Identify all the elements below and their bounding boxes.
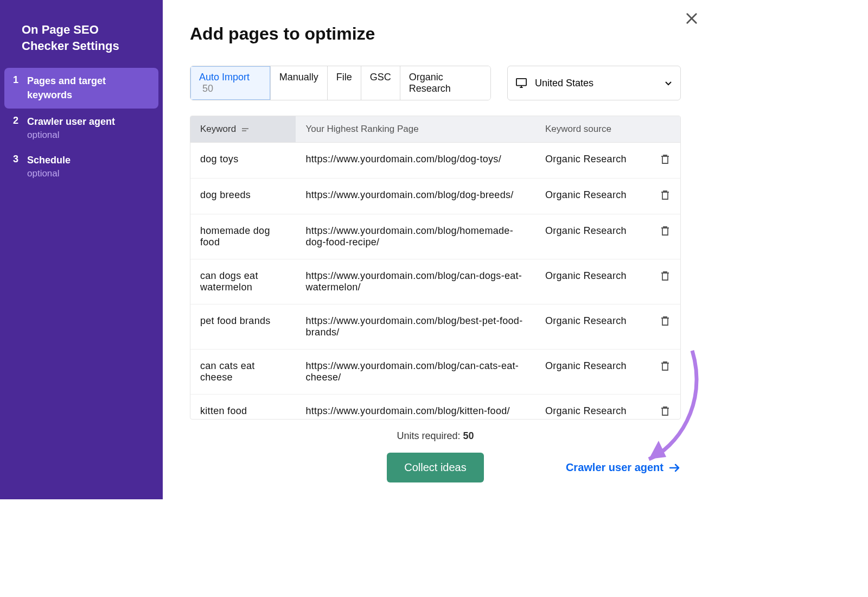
trash-icon bbox=[660, 315, 670, 326]
col-keyword[interactable]: Keyword bbox=[190, 116, 296, 143]
tab-organic-research[interactable]: Organic Research bbox=[400, 66, 490, 100]
cell-url: https://www.yourdomain.com/blog/can-dogs… bbox=[296, 259, 535, 304]
cell-url: https://www.yourdomain.com/blog/dog-toys… bbox=[296, 143, 535, 179]
cell-source: Organic Research bbox=[535, 350, 649, 395]
cell-url: https://www.yourdomain.com/blog/kitten-f… bbox=[296, 395, 535, 420]
delete-row-button[interactable] bbox=[660, 363, 670, 373]
step-number: 3 bbox=[13, 154, 21, 179]
table-row: can cats eat cheesehttps://www.yourdomai… bbox=[190, 350, 680, 395]
keywords-table-container: Keyword Your Highest Ranking Page Keywor… bbox=[190, 116, 681, 420]
units-required: Units required: 50 bbox=[190, 430, 681, 442]
trash-icon bbox=[660, 154, 670, 164]
table-scroll[interactable]: Keyword Your Highest Ranking Page Keywor… bbox=[190, 116, 680, 419]
delete-row-button[interactable] bbox=[660, 408, 670, 418]
step-optional: optional bbox=[27, 130, 115, 141]
step-label: Crawler user agent bbox=[27, 116, 115, 127]
trash-icon bbox=[660, 225, 670, 236]
table-row: dog breedshttps://www.yourdomain.com/blo… bbox=[190, 179, 680, 214]
trash-icon bbox=[660, 189, 670, 200]
cell-keyword: pet food brands bbox=[190, 304, 296, 350]
tab-label: File bbox=[336, 72, 352, 82]
cell-source: Organic Research bbox=[535, 214, 649, 259]
sidebar-title: On Page SEO Checker Settings bbox=[0, 22, 163, 68]
step-label: Pages and target keywords bbox=[27, 74, 148, 101]
tab-file[interactable]: File bbox=[328, 66, 361, 100]
sidebar-step-pages[interactable]: 1 Pages and target keywords bbox=[4, 68, 158, 108]
sidebar-step-schedule[interactable]: 3 Schedule optional bbox=[0, 147, 163, 186]
cell-keyword: homemade dog food bbox=[190, 214, 296, 259]
trash-icon bbox=[660, 360, 670, 371]
country-label: United States bbox=[535, 78, 593, 89]
delete-row-button[interactable] bbox=[660, 156, 670, 167]
sort-icon bbox=[242, 127, 248, 132]
next-link-label: Crawler user agent bbox=[566, 461, 663, 474]
cell-source: Organic Research bbox=[535, 143, 649, 179]
keywords-table: Keyword Your Highest Ranking Page Keywor… bbox=[190, 116, 680, 419]
cell-source: Organic Research bbox=[535, 304, 649, 350]
cell-url: https://www.yourdomain.com/blog/best-pet… bbox=[296, 304, 535, 350]
trash-icon bbox=[660, 270, 670, 281]
cell-keyword: can cats eat cheese bbox=[190, 350, 296, 395]
tab-label: Organic Research bbox=[409, 72, 451, 94]
cell-url: https://www.yourdomain.com/blog/homemade… bbox=[296, 214, 535, 259]
tab-badge: 50 bbox=[202, 83, 213, 94]
chevron-down-icon bbox=[664, 79, 673, 87]
cell-source: Organic Research bbox=[535, 179, 649, 214]
step-optional: optional bbox=[27, 168, 71, 179]
import-tabs: Auto Import 50 Manually File GSC Organic… bbox=[190, 66, 491, 100]
delete-row-button[interactable] bbox=[660, 192, 670, 202]
page-title: Add pages to optimize bbox=[190, 24, 681, 44]
svg-rect-0 bbox=[516, 79, 526, 86]
country-select[interactable]: United States bbox=[507, 66, 681, 100]
units-label: Units required: bbox=[397, 430, 463, 441]
tab-gsc[interactable]: GSC bbox=[361, 66, 400, 100]
tab-label: Auto Import bbox=[199, 72, 250, 82]
table-row: kitten foodhttps://www.yourdomain.com/bl… bbox=[190, 395, 680, 420]
tab-label: Manually bbox=[279, 72, 318, 82]
cell-source: Organic Research bbox=[535, 259, 649, 304]
units-value: 50 bbox=[463, 430, 474, 441]
crawler-user-agent-link[interactable]: Crawler user agent bbox=[566, 461, 681, 474]
table-row: can dogs eat watermelonhttps://www.yourd… bbox=[190, 259, 680, 304]
col-page: Your Highest Ranking Page bbox=[296, 116, 535, 143]
main-panel: Add pages to optimize Auto Import 50 Man… bbox=[163, 0, 708, 499]
step-label: Schedule bbox=[27, 155, 71, 166]
collect-ideas-button[interactable]: Collect ideas bbox=[387, 453, 484, 482]
settings-sidebar: On Page SEO Checker Settings 1 Pages and… bbox=[0, 0, 163, 499]
cell-keyword: kitten food bbox=[190, 395, 296, 420]
table-row: pet food brandshttps://www.yourdomain.co… bbox=[190, 304, 680, 350]
trash-icon bbox=[660, 405, 670, 416]
delete-row-button[interactable] bbox=[660, 227, 670, 238]
tab-manually[interactable]: Manually bbox=[271, 66, 328, 100]
step-number: 1 bbox=[13, 74, 21, 101]
cell-keyword: dog toys bbox=[190, 143, 296, 179]
cell-keyword: dog breeds bbox=[190, 179, 296, 214]
delete-row-button[interactable] bbox=[660, 272, 670, 283]
tab-auto-import[interactable]: Auto Import 50 bbox=[190, 66, 271, 100]
sidebar-step-crawler[interactable]: 2 Crawler user agent optional bbox=[0, 109, 163, 147]
delete-row-button[interactable] bbox=[660, 317, 670, 328]
table-row: homemade dog foodhttps://www.yourdomain.… bbox=[190, 214, 680, 259]
desktop-icon bbox=[515, 78, 527, 88]
table-row: dog toyshttps://www.yourdomain.com/blog/… bbox=[190, 143, 680, 179]
step-number: 2 bbox=[13, 115, 21, 141]
col-actions bbox=[649, 116, 680, 143]
col-source: Keyword source bbox=[535, 116, 649, 143]
close-icon bbox=[684, 11, 699, 26]
cell-url: https://www.yourdomain.com/blog/dog-bree… bbox=[296, 179, 535, 214]
tab-label: GSC bbox=[370, 72, 391, 82]
cell-url: https://www.yourdomain.com/blog/can-cats… bbox=[296, 350, 535, 395]
close-button[interactable] bbox=[684, 11, 699, 26]
cell-keyword: can dogs eat watermelon bbox=[190, 259, 296, 304]
arrow-right-icon bbox=[669, 463, 681, 472]
cell-source: Organic Research bbox=[535, 395, 649, 420]
